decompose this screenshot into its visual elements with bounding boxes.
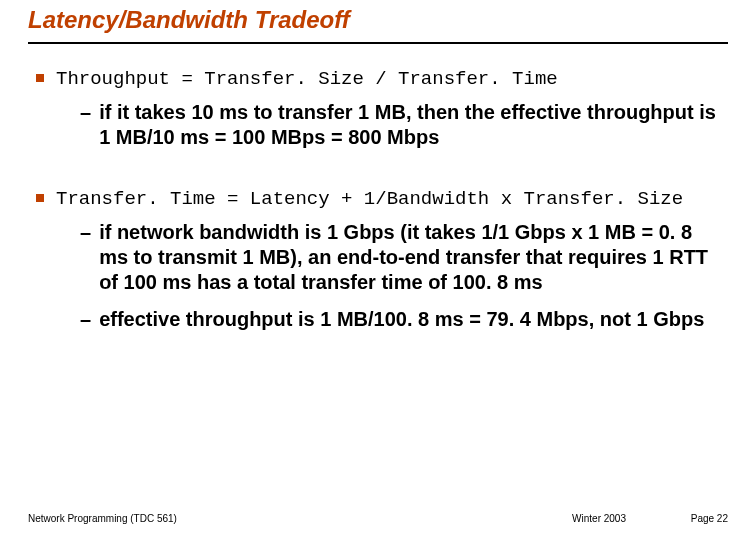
dash-icon: – <box>80 100 91 125</box>
bullet-2-text: Transfer. Time = Latency + 1/Bandwidth x… <box>56 188 683 212</box>
slide: Latency/Bandwidth Tradeoff Throughput = … <box>0 0 756 540</box>
dash-icon: – <box>80 220 91 245</box>
sub-bullet-1-text: if it takes 10 ms to transfer 1 MB, then… <box>99 100 720 150</box>
sub-bullet-2b-text: effective throughput is 1 MB/100. 8 ms =… <box>99 307 704 332</box>
bullet-1-text: Throughput = Transfer. Size / Transfer. … <box>56 68 558 92</box>
footer-term: Winter 2003 <box>572 513 626 524</box>
bullet-1: Throughput = Transfer. Size / Transfer. … <box>36 68 720 92</box>
square-bullet-icon <box>36 74 44 82</box>
sub-bullet-2a-text: if network bandwidth is 1 Gbps (it takes… <box>99 220 720 295</box>
spacer <box>36 162 720 188</box>
square-bullet-icon <box>36 194 44 202</box>
sub-bullet-2a: – if network bandwidth is 1 Gbps (it tak… <box>80 220 720 295</box>
title-rule <box>28 42 728 44</box>
slide-body: Throughput = Transfer. Size / Transfer. … <box>36 68 720 344</box>
sub-bullet-1: – if it takes 10 ms to transfer 1 MB, th… <box>80 100 720 150</box>
dash-icon: – <box>80 307 91 332</box>
sub-bullet-2b: – effective throughput is 1 MB/100. 8 ms… <box>80 307 720 332</box>
footer-page: Page 22 <box>691 513 728 524</box>
footer-course: Network Programming (TDC 561) <box>28 513 177 524</box>
slide-title: Latency/Bandwidth Tradeoff <box>28 6 350 34</box>
bullet-2: Transfer. Time = Latency + 1/Bandwidth x… <box>36 188 720 212</box>
